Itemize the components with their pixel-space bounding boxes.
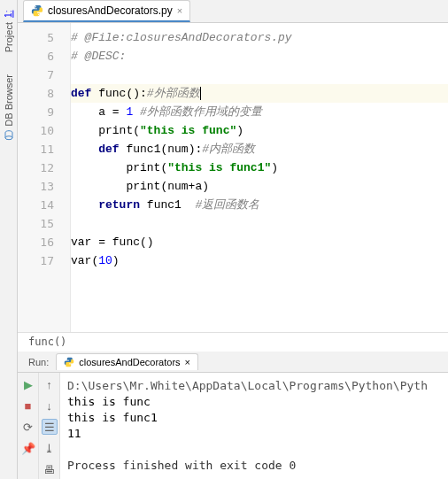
line-number: 16 bbox=[18, 233, 54, 251]
console-exit: Process finished with exit code 0 bbox=[67, 459, 296, 472]
line-number: 5 bbox=[18, 28, 54, 47]
stop-button[interactable]: ■ bbox=[20, 398, 36, 413]
svg-point-2 bbox=[38, 14, 39, 15]
rerun-button[interactable]: ▶ bbox=[20, 376, 36, 392]
line-number: 6 bbox=[18, 47, 54, 66]
line-number: 9 bbox=[18, 103, 54, 121]
caret bbox=[200, 87, 201, 100]
sidebar-project-num: 1: bbox=[4, 10, 13, 17]
run-tabs: Run: closuresAndDecorators × bbox=[18, 352, 448, 373]
line-number: 17 bbox=[18, 251, 54, 270]
run-panel: Run: closuresAndDecorators × ▶ ■ ⟳ 📌 ↑ ↓… bbox=[18, 352, 448, 479]
main-area: closuresAndDecorators.py × 5 6 7 8 9 10 … bbox=[18, 0, 448, 479]
editor-tab-name: closuresAndDecorators.py bbox=[48, 4, 173, 17]
run-tab-name: closuresAndDecorators bbox=[79, 357, 180, 367]
run-toolbar-right: ↑ ↓ ☰ ⤓ 🖶 bbox=[39, 373, 60, 479]
run-label: Run: bbox=[21, 357, 56, 367]
run-tab[interactable]: closuresAndDecorators × bbox=[56, 353, 198, 370]
line-number: 14 bbox=[18, 196, 54, 214]
line-number: 11 bbox=[18, 140, 54, 158]
editor: 5 6 7 8 9 10 11 12 13 14 15 16 17 # @Fil… bbox=[18, 23, 448, 332]
up-button[interactable]: ↑ bbox=[42, 376, 58, 392]
sidebar-project-label: Project bbox=[4, 22, 14, 52]
console-line: this is func1 bbox=[67, 411, 158, 424]
close-icon[interactable]: × bbox=[185, 357, 190, 367]
console-output[interactable]: D:\Users\Mr.White\AppData\Local\Programs… bbox=[60, 373, 448, 479]
gutter: 5 6 7 8 9 10 11 12 13 14 15 16 17 bbox=[18, 23, 71, 332]
python-icon bbox=[64, 357, 74, 367]
line-number: 10 bbox=[18, 121, 54, 140]
editor-tab[interactable]: closuresAndDecorators.py × bbox=[23, 0, 190, 22]
left-sidebar: Project 1: DB Browser bbox=[0, 0, 18, 479]
restart-button[interactable]: ⟳ bbox=[20, 419, 36, 435]
svg-point-0 bbox=[5, 136, 12, 140]
pin-button[interactable]: 📌 bbox=[20, 440, 36, 456]
print-button[interactable]: 🖶 bbox=[42, 461, 58, 477]
sidebar-db-browser[interactable]: DB Browser bbox=[4, 74, 14, 141]
line-number: 12 bbox=[18, 158, 54, 177]
console-line: this is func bbox=[67, 395, 151, 408]
run-body: ▶ ■ ⟳ 📌 ↑ ↓ ☰ ⤓ 🖶 D:\Users\Mr.White\AppD… bbox=[18, 373, 448, 479]
svg-point-1 bbox=[35, 6, 36, 7]
down-button[interactable]: ↓ bbox=[42, 398, 58, 413]
line-number: 15 bbox=[18, 214, 54, 233]
console-path: D:\Users\Mr.White\AppData\Local\Programs… bbox=[67, 379, 428, 392]
breadcrumb[interactable]: func() bbox=[18, 332, 448, 352]
code-area[interactable]: # @File:closuresAndDecorators.py# @DESC:… bbox=[71, 23, 448, 332]
console-line: 11 bbox=[67, 427, 81, 440]
editor-tabs: closuresAndDecorators.py × bbox=[18, 0, 448, 23]
database-icon bbox=[4, 130, 14, 141]
line-number: 8 bbox=[18, 84, 54, 103]
run-toolbar-left: ▶ ■ ⟳ 📌 bbox=[18, 373, 39, 479]
line-number: 13 bbox=[18, 177, 54, 196]
sidebar-db-label: DB Browser bbox=[4, 74, 14, 127]
python-icon bbox=[31, 4, 43, 17]
line-number: 7 bbox=[18, 66, 54, 84]
scroll-button[interactable]: ⤓ bbox=[42, 440, 58, 456]
close-icon[interactable]: × bbox=[177, 5, 182, 16]
softwrap-button[interactable]: ☰ bbox=[42, 419, 58, 435]
sidebar-project[interactable]: Project 1: bbox=[4, 9, 14, 52]
